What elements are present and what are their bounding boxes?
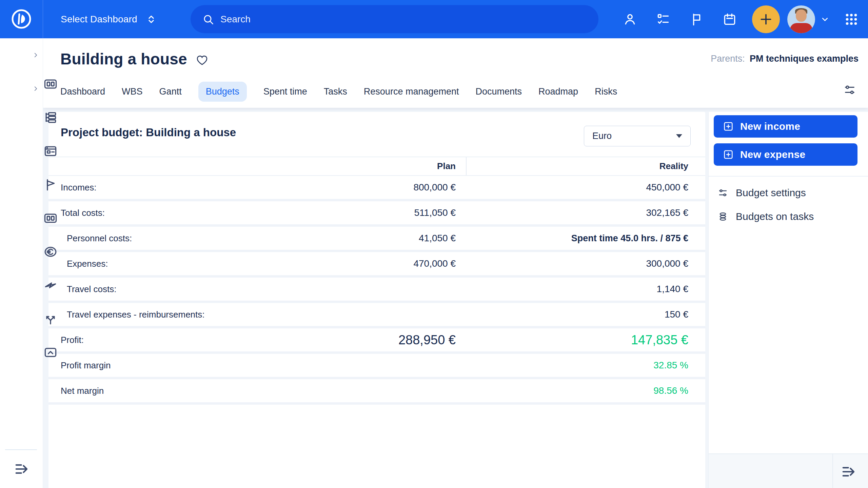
budget-card: Project budget: Building a house Euro Pl… bbox=[48, 112, 705, 488]
row-plan-value bbox=[276, 303, 466, 326]
row-reality-value: 150 € bbox=[466, 303, 705, 326]
chevron-right-icon[interactable] bbox=[32, 52, 39, 59]
select-dashboard[interactable]: Select Dashboard bbox=[61, 14, 156, 25]
sliders-icon bbox=[717, 187, 728, 198]
tab-wbs[interactable]: WBS bbox=[122, 86, 143, 97]
tab-tasks[interactable]: Tasks bbox=[324, 86, 347, 97]
row-plan-value bbox=[276, 278, 466, 301]
budget-row: Net margin98.56 % bbox=[48, 379, 705, 405]
row-label: Incomes: bbox=[48, 176, 276, 199]
expand-panel-icon[interactable] bbox=[840, 463, 858, 481]
row-label: Profit margin bbox=[48, 354, 276, 377]
row-reality-value: 32.85 % bbox=[466, 354, 705, 377]
tab-risks[interactable]: Risks bbox=[595, 86, 617, 97]
budget-row: Travel expenses - reimbursements:150 € bbox=[48, 303, 705, 328]
column-reality: Reality bbox=[466, 157, 705, 175]
user-icon[interactable] bbox=[623, 12, 637, 27]
budgets-on-tasks-link[interactable]: Budgets on tasks bbox=[717, 211, 814, 222]
flag-icon[interactable] bbox=[689, 12, 704, 27]
tab-dashboard[interactable]: Dashboard bbox=[60, 86, 105, 97]
row-label: Total costs: bbox=[48, 201, 276, 224]
sidebar-item-split-arrows[interactable] bbox=[0, 273, 43, 307]
coins-stack-icon bbox=[717, 211, 728, 222]
search-placeholder: Search bbox=[220, 14, 251, 25]
new-expense-button[interactable]: New expense bbox=[714, 143, 857, 166]
budget-row: Profit margin32.85 % bbox=[48, 354, 705, 379]
budget-row: Personnel costs:41,050 €Spent time 45.0 … bbox=[48, 227, 705, 252]
calendar-icon[interactable] bbox=[722, 12, 737, 27]
chevron-right-icon[interactable] bbox=[32, 85, 39, 93]
row-reality-value: 450,000 € bbox=[466, 176, 705, 199]
plus-square-icon bbox=[723, 121, 734, 132]
tree-hierarchy-icon bbox=[43, 110, 58, 125]
sidebar-item-dashboard-board[interactable] bbox=[0, 38, 43, 72]
breadcrumb-parents: Parents: PM techniques examples bbox=[711, 54, 859, 64]
row-plan-value bbox=[276, 354, 466, 377]
tab-spent-time[interactable]: Spent time bbox=[263, 86, 307, 97]
tab-gantt[interactable]: Gantt bbox=[159, 86, 182, 97]
tray-up-icon bbox=[43, 345, 58, 360]
budget-table-header: Plan Reality bbox=[48, 157, 705, 176]
search-input[interactable]: Search bbox=[191, 5, 598, 33]
tab-documents[interactable]: Documents bbox=[476, 86, 522, 97]
tab-budgets[interactable]: Budgets bbox=[198, 82, 247, 102]
parents-value[interactable]: PM techniques examples bbox=[750, 54, 859, 64]
budget-row: Incomes:800,000 €450,000 € bbox=[48, 176, 705, 201]
budget-row: Profit:288,950 €147,835 € bbox=[48, 328, 705, 354]
row-plan-value bbox=[276, 379, 466, 402]
row-label: Travel expenses - reimbursements: bbox=[48, 303, 276, 326]
budget-row: Travel costs:1,140 € bbox=[48, 278, 705, 303]
plus-square-icon bbox=[723, 149, 734, 160]
easy-project-logo[interactable] bbox=[0, 0, 43, 38]
quick-add-button[interactable] bbox=[752, 5, 780, 33]
row-plan-value: 288,950 € bbox=[276, 328, 466, 351]
split-arrows-icon bbox=[43, 311, 58, 326]
tab-roadmap[interactable]: Roadmap bbox=[538, 86, 578, 97]
currency-select[interactable]: Euro bbox=[584, 126, 691, 146]
settings-sliders-icon[interactable] bbox=[843, 83, 856, 97]
new-income-button[interactable]: New income bbox=[714, 115, 857, 138]
budget-settings-link[interactable]: Budget settings bbox=[717, 187, 806, 199]
select-caret-icon bbox=[676, 134, 682, 138]
row-label: Travel costs: bbox=[48, 278, 276, 301]
plus-icon bbox=[758, 12, 773, 27]
sidebar-item-milestone-flag[interactable] bbox=[0, 139, 43, 172]
logo-icon bbox=[11, 8, 32, 30]
row-plan-value: 511,050 € bbox=[276, 201, 466, 224]
euro-coin-icon bbox=[43, 244, 58, 259]
sidebar-item-euro-coin[interactable] bbox=[0, 206, 43, 240]
sidebar-item-lightning[interactable] bbox=[0, 240, 43, 273]
row-reality-value: 300,000 € bbox=[466, 252, 705, 275]
project-header: Building a house Parents: PM techniques … bbox=[43, 38, 868, 108]
sidebar-item-tree-hierarchy[interactable] bbox=[0, 72, 43, 105]
board-icon bbox=[43, 211, 58, 226]
content-area: Project budget: Building a house Euro Pl… bbox=[43, 108, 868, 488]
sidebar-item-browser-card[interactable] bbox=[0, 105, 43, 139]
row-reality-value: 302,165 € bbox=[466, 201, 705, 224]
search-icon bbox=[202, 13, 214, 25]
apps-grid-icon[interactable] bbox=[844, 12, 859, 27]
chevron-down-icon[interactable] bbox=[820, 14, 830, 24]
lightning-icon bbox=[43, 278, 58, 293]
page-title: Building a house bbox=[60, 50, 187, 68]
browser-card-icon bbox=[43, 144, 58, 159]
budget-side-panel: New incomeNew expense Budget settingsBud… bbox=[709, 112, 868, 488]
column-plan: Plan bbox=[276, 157, 466, 175]
expand-sidebar-icon[interactable] bbox=[13, 460, 31, 478]
budget-table: Plan Reality Incomes:800,000 €450,000 €T… bbox=[48, 157, 705, 405]
user-avatar[interactable] bbox=[787, 5, 815, 33]
milestone-flag-icon bbox=[43, 177, 58, 192]
row-plan-value: 41,050 € bbox=[276, 227, 466, 250]
tab-resource-management[interactable]: Resource management bbox=[364, 86, 459, 97]
row-reality-value: 147,835 € bbox=[466, 328, 705, 351]
row-label: Expenses: bbox=[48, 252, 276, 275]
sidebar-item-board[interactable] bbox=[0, 172, 43, 206]
dashboard-board-icon bbox=[43, 77, 58, 92]
favorite-heart-icon[interactable] bbox=[195, 53, 209, 66]
sort-chevrons-icon bbox=[146, 14, 156, 24]
budget-row: Expenses:470,000 €300,000 € bbox=[48, 252, 705, 278]
row-plan-value: 800,000 € bbox=[276, 176, 466, 199]
row-plan-value: 470,000 € bbox=[276, 252, 466, 275]
sidebar-item-tray-up[interactable] bbox=[0, 307, 43, 340]
checklist-icon[interactable] bbox=[656, 12, 671, 27]
